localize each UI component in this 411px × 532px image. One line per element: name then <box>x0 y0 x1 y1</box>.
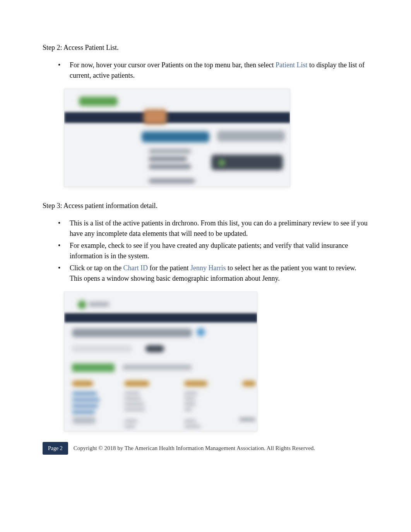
step3-bullet-3: Click or tap on the Chart ID for the pat… <box>58 263 368 284</box>
step2-bullet1-pre: For now, hover your cursor over Patients… <box>70 61 276 69</box>
step3-bullet-2: For example, check to see if you have cr… <box>58 240 368 261</box>
jenny-harris-link: Jenny Harris <box>190 264 226 272</box>
page-number-tab: Page 2 <box>43 442 68 455</box>
step3-bullet3-pre: Click or tap on the <box>70 264 123 272</box>
step3-bullet3-mid: for the patient <box>149 264 190 272</box>
step2-bullets: For now, hover your cursor over Patients… <box>43 60 368 81</box>
page-footer: Page 2 Copyright © 2018 by The American … <box>43 442 368 455</box>
patient-list-link: Patient List <box>276 61 308 69</box>
step3-bullet-1: This is a list of the active patients in… <box>58 218 368 239</box>
chart-id-link: Chart ID <box>123 264 147 272</box>
step2-heading: Step 2: Access Patient List. <box>43 43 368 53</box>
step3-bullets: This is a list of the active patients in… <box>43 218 368 284</box>
screenshot-patient-list <box>64 292 257 431</box>
screenshot-patients-menu <box>64 89 290 187</box>
step2-bullet-1: For now, hover your cursor over Patients… <box>58 60 368 81</box>
step3-heading: Step 3: Access patient information detai… <box>43 201 368 211</box>
copyright-text: Copyright © 2018 by The American Health … <box>74 444 315 453</box>
